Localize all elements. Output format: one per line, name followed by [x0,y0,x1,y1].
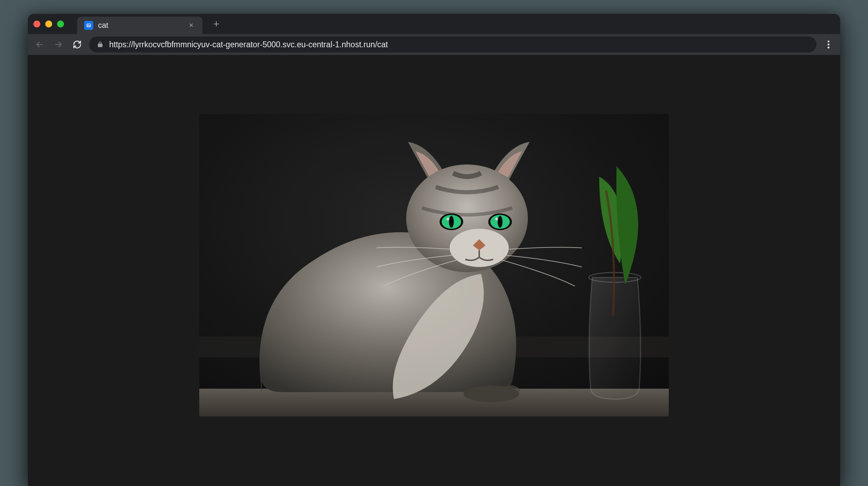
browser-menu-button[interactable] [821,38,835,51]
back-button[interactable] [33,38,47,51]
tab-favicon [84,21,93,30]
titlebar: cat × + [28,14,840,34]
page-viewport [28,55,840,486]
window-close-button[interactable] [33,21,40,27]
url-text: https://lyrrkocvcfbfmmnicyuv-cat-generat… [109,40,388,49]
svg-point-4 [827,47,829,48]
svg-point-2 [827,41,829,42]
svg-rect-0 [87,24,91,27]
tab-title: cat [98,21,182,30]
svg-rect-20 [199,114,669,416]
browser-window: cat × + [28,14,840,486]
cat-image [199,114,669,416]
tab-close-button[interactable]: × [187,21,195,30]
new-tab-button[interactable]: + [209,17,223,31]
window-controls [33,21,64,27]
browser-tab[interactable]: cat × [77,17,202,34]
svg-point-3 [827,43,829,45]
address-bar[interactable]: https://lyrrkocvcfbfmmnicyuv-cat-generat… [89,37,817,52]
lock-icon [97,41,104,48]
toolbar: https://lyrrkocvcfbfmmnicyuv-cat-generat… [28,34,840,55]
window-minimize-button[interactable] [45,21,52,27]
window-maximize-button[interactable] [57,21,64,27]
reload-button[interactable] [70,38,84,51]
forward-button[interactable] [51,38,65,51]
